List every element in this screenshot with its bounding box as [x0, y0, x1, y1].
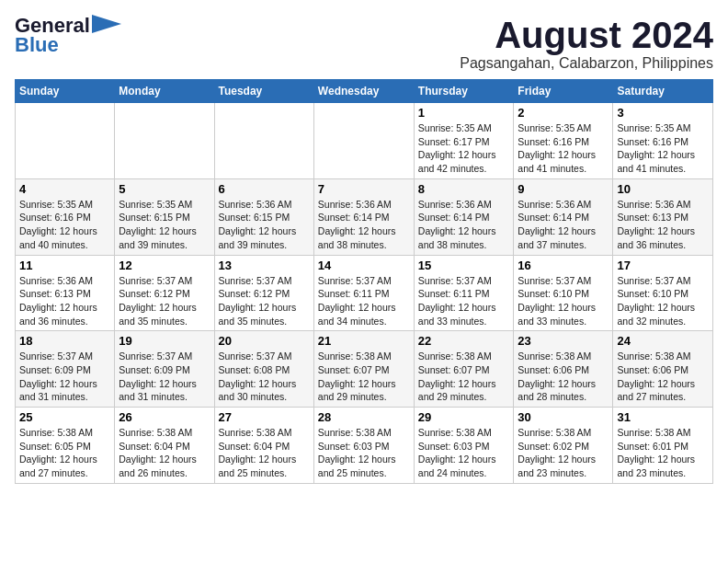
calendar-day-cell: 23Sunrise: 5:38 AM Sunset: 6:06 PM Dayli…	[514, 331, 613, 408]
day-info: Sunrise: 5:35 AM Sunset: 6:15 PM Dayligh…	[119, 198, 210, 252]
day-number: 24	[617, 334, 709, 348]
day-info: Sunrise: 5:38 AM Sunset: 6:03 PM Dayligh…	[318, 426, 410, 480]
day-info: Sunrise: 5:37 AM Sunset: 6:10 PM Dayligh…	[518, 274, 609, 328]
weekday-header: Sunday	[16, 80, 115, 103]
calendar-week-row: 4Sunrise: 5:35 AM Sunset: 6:16 PM Daylig…	[16, 178, 713, 255]
day-info: Sunrise: 5:38 AM Sunset: 6:07 PM Dayligh…	[318, 350, 410, 404]
calendar-day-cell	[313, 103, 414, 179]
calendar-day-cell: 8Sunrise: 5:36 AM Sunset: 6:14 PM Daylig…	[414, 178, 514, 255]
day-number: 16	[518, 259, 609, 272]
day-number: 9	[518, 182, 609, 196]
weekday-header: Friday	[514, 80, 613, 103]
calendar-day-cell: 7Sunrise: 5:36 AM Sunset: 6:14 PM Daylig…	[313, 178, 414, 255]
calendar-day-cell: 12Sunrise: 5:37 AM Sunset: 6:12 PM Dayli…	[115, 255, 214, 331]
logo-arrow-icon	[92, 15, 121, 33]
day-info: Sunrise: 5:38 AM Sunset: 6:02 PM Dayligh…	[518, 426, 609, 480]
day-number: 1	[418, 106, 510, 120]
weekday-header: Monday	[115, 80, 214, 103]
calendar-day-cell: 24Sunrise: 5:38 AM Sunset: 6:06 PM Dayli…	[613, 331, 713, 408]
day-number: 31	[617, 410, 709, 424]
day-info: Sunrise: 5:36 AM Sunset: 6:14 PM Dayligh…	[418, 198, 510, 252]
calendar-day-cell: 5Sunrise: 5:35 AM Sunset: 6:15 PM Daylig…	[115, 178, 214, 255]
calendar-table: SundayMondayTuesdayWednesdayThursdayFrid…	[15, 79, 713, 484]
calendar-day-cell: 25Sunrise: 5:38 AM Sunset: 6:05 PM Dayli…	[16, 408, 115, 484]
calendar-week-row: 25Sunrise: 5:38 AM Sunset: 6:05 PM Dayli…	[16, 408, 713, 484]
calendar-day-cell: 27Sunrise: 5:38 AM Sunset: 6:04 PM Dayli…	[214, 408, 313, 484]
calendar-day-cell: 17Sunrise: 5:37 AM Sunset: 6:10 PM Dayli…	[613, 255, 713, 331]
day-info: Sunrise: 5:35 AM Sunset: 6:17 PM Dayligh…	[418, 121, 510, 176]
day-number: 14	[318, 259, 410, 272]
day-number: 7	[318, 182, 410, 196]
day-number: 25	[19, 410, 110, 424]
title-section: August 2024 Pagsangahan, Calabarzon, Phi…	[460, 15, 713, 72]
day-info: Sunrise: 5:37 AM Sunset: 6:11 PM Dayligh…	[418, 274, 510, 328]
weekday-header: Saturday	[613, 80, 713, 103]
calendar-week-row: 11Sunrise: 5:36 AM Sunset: 6:13 PM Dayli…	[16, 255, 713, 331]
day-number: 26	[119, 410, 210, 424]
day-info: Sunrise: 5:38 AM Sunset: 6:06 PM Dayligh…	[617, 350, 709, 404]
calendar-day-cell: 4Sunrise: 5:35 AM Sunset: 6:16 PM Daylig…	[16, 178, 115, 255]
day-number: 5	[119, 182, 210, 196]
day-number: 19	[119, 334, 210, 348]
day-info: Sunrise: 5:37 AM Sunset: 6:12 PM Dayligh…	[219, 274, 310, 328]
calendar-day-cell: 6Sunrise: 5:36 AM Sunset: 6:15 PM Daylig…	[214, 178, 313, 255]
day-number: 4	[19, 182, 110, 196]
day-number: 21	[318, 334, 410, 348]
calendar-day-cell: 31Sunrise: 5:38 AM Sunset: 6:01 PM Dayli…	[613, 408, 713, 484]
day-info: Sunrise: 5:37 AM Sunset: 6:12 PM Dayligh…	[119, 274, 210, 328]
weekday-header: Thursday	[414, 80, 514, 103]
day-number: 27	[219, 410, 310, 424]
calendar-week-row: 18Sunrise: 5:37 AM Sunset: 6:09 PM Dayli…	[16, 331, 713, 408]
calendar-day-cell: 9Sunrise: 5:36 AM Sunset: 6:14 PM Daylig…	[514, 178, 613, 255]
weekday-header: Wednesday	[313, 80, 414, 103]
day-number: 3	[617, 106, 709, 120]
day-info: Sunrise: 5:36 AM Sunset: 6:13 PM Dayligh…	[617, 198, 709, 252]
day-number: 15	[418, 259, 510, 272]
day-info: Sunrise: 5:36 AM Sunset: 6:14 PM Dayligh…	[318, 198, 410, 252]
day-info: Sunrise: 5:37 AM Sunset: 6:11 PM Dayligh…	[318, 274, 410, 328]
calendar-day-cell	[16, 103, 115, 179]
day-number: 17	[617, 259, 709, 272]
day-info: Sunrise: 5:37 AM Sunset: 6:08 PM Dayligh…	[219, 350, 310, 404]
day-number: 20	[219, 334, 310, 348]
day-info: Sunrise: 5:38 AM Sunset: 6:07 PM Dayligh…	[418, 350, 510, 404]
calendar-day-cell	[115, 103, 214, 179]
calendar-day-cell: 21Sunrise: 5:38 AM Sunset: 6:07 PM Dayli…	[313, 331, 414, 408]
day-info: Sunrise: 5:35 AM Sunset: 6:16 PM Dayligh…	[518, 121, 609, 176]
day-info: Sunrise: 5:36 AM Sunset: 6:13 PM Dayligh…	[19, 274, 110, 328]
day-number: 22	[418, 334, 510, 348]
day-number: 30	[518, 410, 609, 424]
calendar-day-cell: 29Sunrise: 5:38 AM Sunset: 6:03 PM Dayli…	[414, 408, 514, 484]
calendar-day-cell: 28Sunrise: 5:38 AM Sunset: 6:03 PM Dayli…	[313, 408, 414, 484]
calendar-day-cell: 14Sunrise: 5:37 AM Sunset: 6:11 PM Dayli…	[313, 255, 414, 331]
day-number: 28	[318, 410, 410, 424]
day-info: Sunrise: 5:37 AM Sunset: 6:09 PM Dayligh…	[119, 350, 210, 404]
day-info: Sunrise: 5:38 AM Sunset: 6:06 PM Dayligh…	[518, 350, 609, 404]
day-number: 6	[219, 182, 310, 196]
calendar-day-cell: 19Sunrise: 5:37 AM Sunset: 6:09 PM Dayli…	[115, 331, 214, 408]
calendar-day-cell: 20Sunrise: 5:37 AM Sunset: 6:08 PM Dayli…	[214, 331, 313, 408]
calendar-day-cell: 18Sunrise: 5:37 AM Sunset: 6:09 PM Dayli…	[16, 331, 115, 408]
day-number: 12	[119, 259, 210, 272]
calendar-day-cell: 15Sunrise: 5:37 AM Sunset: 6:11 PM Dayli…	[414, 255, 514, 331]
calendar-day-cell: 13Sunrise: 5:37 AM Sunset: 6:12 PM Dayli…	[214, 255, 313, 331]
day-number: 11	[19, 259, 110, 272]
header-row: SundayMondayTuesdayWednesdayThursdayFrid…	[16, 80, 713, 103]
svg-marker-0	[92, 15, 121, 33]
calendar-day-cell: 10Sunrise: 5:36 AM Sunset: 6:13 PM Dayli…	[613, 178, 713, 255]
day-info: Sunrise: 5:36 AM Sunset: 6:15 PM Dayligh…	[219, 198, 310, 252]
day-number: 18	[19, 334, 110, 348]
day-number: 13	[219, 259, 310, 272]
calendar-subtitle: Pagsangahan, Calabarzon, Philippines	[460, 55, 713, 72]
day-info: Sunrise: 5:37 AM Sunset: 6:10 PM Dayligh…	[617, 274, 709, 328]
day-number: 2	[518, 106, 609, 120]
calendar-day-cell: 11Sunrise: 5:36 AM Sunset: 6:13 PM Dayli…	[16, 255, 115, 331]
day-info: Sunrise: 5:36 AM Sunset: 6:14 PM Dayligh…	[518, 198, 609, 252]
day-info: Sunrise: 5:35 AM Sunset: 6:16 PM Dayligh…	[617, 121, 709, 176]
calendar-day-cell: 16Sunrise: 5:37 AM Sunset: 6:10 PM Dayli…	[514, 255, 613, 331]
weekday-header: Tuesday	[214, 80, 313, 103]
calendar-day-cell: 1Sunrise: 5:35 AM Sunset: 6:17 PM Daylig…	[414, 103, 514, 179]
calendar-day-cell: 2Sunrise: 5:35 AM Sunset: 6:16 PM Daylig…	[514, 103, 613, 179]
day-info: Sunrise: 5:35 AM Sunset: 6:16 PM Dayligh…	[19, 198, 110, 252]
logo: General Blue	[15, 15, 121, 55]
